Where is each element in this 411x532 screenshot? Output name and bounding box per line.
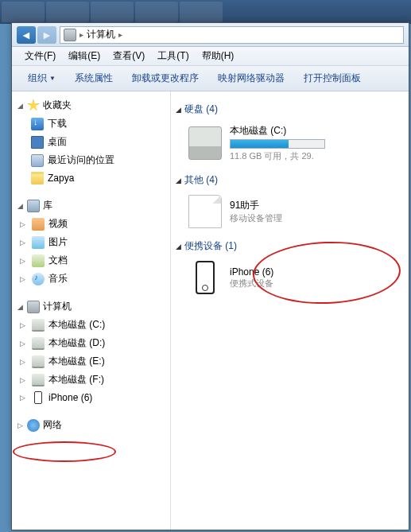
expand-icon: ▷ [20, 239, 27, 247]
task-item[interactable] [46, 2, 89, 22]
favorites-header[interactable]: ◢ 收藏夹 [12, 96, 170, 115]
drive-capacity: 11.8 GB 可用，共 29. [230, 150, 325, 162]
task-item[interactable] [2, 2, 45, 22]
cpanel-button[interactable]: 打开控制面板 [296, 69, 369, 87]
breadcrumb[interactable]: ▸ 计算机 ▸ [60, 26, 404, 44]
desktop-icon [31, 136, 44, 149]
item-iphone[interactable]: iPhone (6) 便携式设备 [176, 258, 404, 302]
music-icon [32, 273, 45, 285]
menu-view[interactable]: 查看(V) [107, 49, 151, 63]
sidebar-item-documents[interactable]: ▷文档 [12, 251, 170, 270]
capacity-bar [230, 139, 325, 149]
main-pane: ◢硬盘 (4) 本地磁盘 (C:) 11.8 GB 可用，共 29. ◢其他 (… [171, 91, 409, 530]
expand-icon: ▷ [17, 421, 24, 429]
uninstall-button[interactable]: 卸载或更改程序 [124, 69, 207, 87]
sidebar-item-drive-f[interactable]: ▷本地磁盘 (F:) [12, 371, 170, 389]
computer-icon [27, 301, 40, 313]
menu-tools[interactable]: 工具(T) [151, 49, 195, 63]
back-button[interactable]: ◄ [17, 26, 36, 44]
explorer-window: ◄ ► ▸ 计算机 ▸ 文件(F) 编辑(E) 查看(V) 工具(T) 帮助(H… [11, 22, 409, 530]
computer-header[interactable]: ◢ 计算机 [12, 297, 170, 316]
sidebar-item-music[interactable]: ▷音乐 [12, 270, 170, 288]
sidebar-item-recent[interactable]: 最近访问的位置 [12, 151, 170, 169]
section-portable[interactable]: ◢便携设备 (1) [176, 239, 404, 253]
menu-file[interactable]: 文件(F) [18, 49, 62, 63]
collapse-icon: ◢ [176, 243, 181, 250]
sidebar-item-iphone[interactable]: ▷iPhone (6) [12, 389, 170, 406]
computer-label: 计算机 [43, 300, 72, 313]
document-icon [32, 254, 45, 267]
favorites-label: 收藏夹 [43, 99, 72, 112]
sysprops-button[interactable]: 系统属性 [67, 69, 121, 87]
recent-icon [31, 154, 44, 167]
menu-help[interactable]: 帮助(H) [196, 49, 241, 63]
video-icon [32, 218, 45, 231]
task-item[interactable] [135, 2, 178, 22]
collapse-icon: ◢ [176, 106, 181, 114]
taskbar [0, 0, 411, 24]
item-name: iPhone (6) [230, 266, 273, 278]
item-name: 91助手 [230, 199, 282, 212]
hdd-icon [188, 126, 222, 160]
library-icon [27, 200, 40, 212]
organize-button[interactable]: 组织▼ [20, 69, 64, 87]
expand-icon: ▷ [20, 394, 27, 402]
item-sub: 便携式设备 [230, 278, 273, 289]
sidebar-item-drive-d[interactable]: ▷本地磁盘 (D:) [12, 334, 170, 352]
drive-icon [32, 319, 45, 332]
expand-icon: ▷ [20, 340, 27, 348]
sidebar-item-drive-c[interactable]: ▷本地磁盘 (C:) [12, 316, 170, 334]
collapse-icon: ◢ [176, 177, 181, 184]
expand-icon: ▷ [20, 275, 27, 283]
netdrive-button[interactable]: 映射网络驱动器 [210, 69, 293, 87]
sidebar-item-pictures[interactable]: ▷图片 [12, 233, 170, 251]
task-item[interactable] [91, 2, 134, 22]
breadcrumb-root[interactable]: 计算机 [87, 28, 115, 41]
drive-name: 本地磁盘 (C:) [230, 124, 325, 138]
libraries-label: 库 [43, 199, 52, 212]
folder-icon [31, 172, 44, 184]
phone-icon [34, 391, 42, 404]
task-item[interactable] [180, 2, 223, 22]
libraries-header[interactable]: ◢ 库 [12, 196, 170, 215]
toolbar: 组织▼ 系统属性 卸载或更改程序 映射网络驱动器 打开控制面板 [12, 66, 409, 91]
sidebar-item-drive-e[interactable]: ▷本地磁盘 (E:) [12, 352, 170, 371]
network-icon [27, 419, 40, 432]
menu-edit[interactable]: 编辑(E) [62, 49, 107, 63]
collapse-icon: ◢ [17, 102, 24, 110]
section-other[interactable]: ◢其他 (4) [176, 173, 404, 187]
item-drive-c[interactable]: 本地磁盘 (C:) 11.8 GB 可用，共 29. [176, 121, 404, 170]
network-header[interactable]: ▷ 网络 [12, 416, 170, 434]
sidebar-item-videos[interactable]: ▷视频 [12, 215, 170, 233]
sidebar-tree: ◢ 收藏夹 下载 桌面 最近访问的位置 Zapya ◢ 库 ▷视频 ▷图片 ▷文… [12, 91, 171, 530]
chevron-right-icon: ▸ [79, 30, 83, 39]
section-hdd[interactable]: ◢硬盘 (4) [176, 103, 404, 116]
chevron-right-icon: ▸ [118, 30, 122, 39]
star-icon [27, 99, 40, 112]
iphone-icon [196, 261, 215, 294]
menubar: 文件(F) 编辑(E) 查看(V) 工具(T) 帮助(H) [12, 47, 409, 66]
network-label: 网络 [43, 418, 62, 432]
sidebar-item-zapya[interactable]: Zapya [12, 169, 170, 187]
expand-icon: ▷ [20, 220, 27, 228]
forward-button[interactable]: ► [37, 26, 56, 44]
drive-icon [32, 337, 45, 350]
collapse-icon: ◢ [17, 202, 24, 210]
computer-icon [64, 29, 76, 41]
item-91assist[interactable]: 91助手 移动设备管理 [176, 192, 404, 236]
file-icon [188, 195, 222, 228]
item-sub: 移动设备管理 [230, 212, 282, 224]
expand-icon: ▷ [20, 257, 27, 265]
expand-icon: ▷ [20, 321, 27, 329]
expand-icon: ▷ [20, 376, 27, 384]
picture-icon [32, 236, 45, 249]
address-bar: ◄ ► ▸ 计算机 ▸ [12, 23, 409, 47]
drive-icon [32, 355, 45, 368]
drive-icon [32, 374, 45, 386]
download-icon [31, 118, 44, 130]
sidebar-item-downloads[interactable]: 下载 [12, 115, 170, 133]
expand-icon: ▷ [20, 358, 27, 366]
sidebar-item-desktop[interactable]: 桌面 [12, 133, 170, 151]
collapse-icon: ◢ [17, 303, 24, 311]
